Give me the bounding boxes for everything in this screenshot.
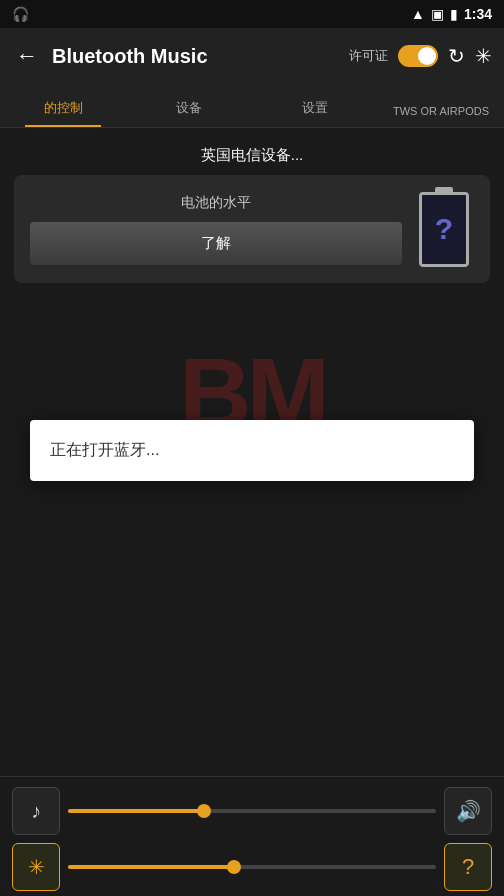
header: ← Bluetooth Music 许可证 ↻ ✳: [0, 28, 504, 84]
help-button[interactable]: ?: [444, 843, 492, 891]
status-bar: 🎧 ▲ ▣ ▮ 1:34: [0, 0, 504, 28]
bluetooth-slider-thumb: [227, 860, 241, 874]
status-time: 1:34: [464, 6, 492, 22]
sim-icon: ▣: [431, 6, 444, 22]
bluetooth-icon: ✳: [28, 855, 45, 879]
bluetooth-row: ✳ ?: [12, 843, 492, 891]
volume-row: ♪ 🔊: [12, 787, 492, 835]
learn-button[interactable]: 了解: [30, 222, 402, 265]
volume-slider-fill: [68, 809, 204, 813]
battery-left: 电池的水平 了解: [30, 194, 402, 265]
battery-visual: ?: [419, 192, 469, 267]
volume-icon: 🔊: [456, 799, 481, 823]
battery-icon: ▮: [450, 6, 458, 22]
bluetooth-slider[interactable]: [68, 865, 436, 869]
main-content: 英国电信设备... 电池的水平 了解 ?: [0, 128, 504, 303]
toast-dialog: 正在打开蓝牙...: [30, 420, 474, 481]
tabs-bar: 的控制 设备 设置 TWS OR AIRPODS: [0, 84, 504, 128]
header-actions: 许可证 ↻ ✳: [349, 44, 492, 68]
permission-label: 许可证: [349, 47, 388, 65]
volume-slider-thumb: [197, 804, 211, 818]
refresh-icon[interactable]: ↻: [448, 44, 465, 68]
battery-card: 电池的水平 了解 ?: [14, 175, 490, 283]
bottom-bar: ♪ 🔊 ✳ ?: [0, 776, 504, 896]
device-name: 英国电信设备...: [14, 138, 490, 175]
headphone-icon: 🎧: [12, 6, 29, 22]
volume-button[interactable]: 🔊: [444, 787, 492, 835]
battery-label: 电池的水平: [30, 194, 402, 212]
permission-toggle[interactable]: [398, 45, 438, 67]
bluetooth-slider-fill: [68, 865, 234, 869]
wifi-icon: ▲: [411, 6, 425, 22]
back-button[interactable]: ←: [12, 39, 42, 73]
toggle-knob: [418, 47, 436, 65]
bluetooth-header-icon[interactable]: ✳: [475, 44, 492, 68]
page-title: Bluetooth Music: [52, 45, 339, 68]
tab-tws[interactable]: TWS OR AIRPODS: [378, 105, 504, 127]
volume-slider[interactable]: [68, 809, 436, 813]
help-icon: ?: [462, 854, 474, 880]
toast-text: 正在打开蓝牙...: [50, 441, 159, 458]
status-right: ▲ ▣ ▮ 1:34: [411, 6, 492, 22]
bluetooth-button[interactable]: ✳: [12, 843, 60, 891]
battery-icon-area: ?: [414, 189, 474, 269]
battery-question: ?: [435, 212, 453, 246]
music-note-icon: ♪: [31, 800, 41, 823]
tab-control[interactable]: 的控制: [0, 99, 126, 127]
tab-device[interactable]: 设备: [126, 99, 252, 127]
music-button[interactable]: ♪: [12, 787, 60, 835]
status-left: 🎧: [12, 6, 29, 22]
tab-settings[interactable]: 设置: [252, 99, 378, 127]
